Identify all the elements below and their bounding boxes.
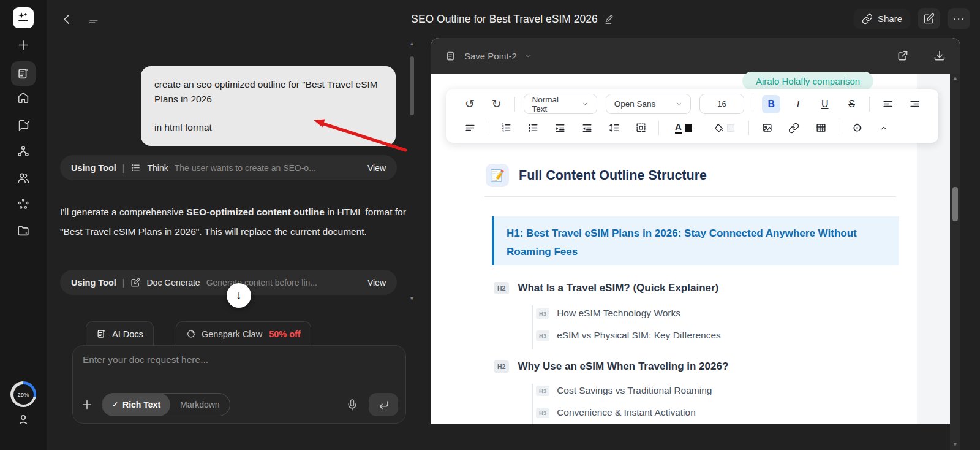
tool-chip-think[interactable]: Using Tool | Think The user wants to cre… [60, 155, 397, 180]
undo-button[interactable]: ↺ [461, 95, 479, 113]
outline-h2-item[interactable]: H2 Why Use an eSIM When Traveling in 202… [494, 360, 728, 373]
text-color-swatch [685, 124, 692, 132]
assistant-message: I'll generate a comprehensive SEO-optimi… [60, 202, 407, 242]
sidebar-item-team[interactable] [17, 171, 30, 185]
scroll-down-arrow[interactable]: ▼ [409, 296, 415, 302]
font-size-input[interactable]: 16 [699, 94, 744, 114]
open-in-new-icon[interactable] [897, 50, 909, 62]
italic-button[interactable]: I [789, 95, 807, 113]
align-left-button[interactable] [878, 95, 897, 113]
page-title: SEO Outline for Best Travel eSIM 2026 [411, 0, 615, 38]
mic-icon[interactable] [346, 399, 358, 411]
redo-button[interactable]: ↻ [488, 95, 506, 113]
outline-h3-item[interactable]: H3 Cost Savings vs Traditional Roaming [536, 385, 712, 396]
chevron-down-icon[interactable] [524, 52, 532, 60]
new-chat-button[interactable] [17, 38, 31, 52]
dotted-circle-icon [17, 197, 30, 211]
share-button[interactable]: Share [854, 9, 910, 29]
bold-button[interactable]: B [762, 95, 780, 113]
app-logo[interactable] [13, 7, 34, 28]
collapse-toolbar-button[interactable] [875, 119, 893, 137]
notes-edit-icon [17, 67, 30, 80]
document-scrollbar[interactable]: ▲ ▼ [950, 74, 960, 450]
view-button[interactable]: View [368, 163, 386, 173]
tool-chip-label: Using Tool [71, 163, 116, 173]
outline-h3-item[interactable]: H3 Convenience & Instant Activation [536, 407, 696, 418]
sidebar-item-tasks[interactable] [17, 118, 30, 131]
suggestion-chip[interactable]: Airalo Holafly comparison [742, 72, 873, 90]
tool-name: Doc Generate [146, 278, 200, 288]
underline-button[interactable]: U [816, 95, 834, 113]
outline-h2-item[interactable]: H2 What Is a Travel eSIM? (Quick Explain… [494, 282, 718, 294]
outline-h3-item[interactable]: H3 How eSIM Technology Works [536, 308, 680, 319]
scroll-to-bottom-button[interactable]: ↓ [227, 283, 251, 308]
notes-edit-icon [445, 50, 457, 62]
sidebar-item-workflow[interactable] [17, 145, 30, 158]
align-justify-button[interactable] [461, 119, 479, 137]
align-justify-icon [464, 122, 476, 134]
folder-sparkle-icon [17, 224, 30, 237]
outdent-button[interactable] [578, 119, 596, 137]
attach-plus-icon[interactable] [80, 398, 94, 411]
sidebar-item-home[interactable] [17, 91, 30, 104]
check-icon: ✓ [112, 400, 118, 409]
chevron-down-icon [676, 101, 682, 107]
h1-callout[interactable]: H1: Best Travel eSIM Plans in 2026: Stay… [492, 216, 899, 265]
tool-desc: The user wants to create an SEO-o... [175, 163, 361, 173]
new-doc-button[interactable] [918, 8, 940, 29]
scroll-down-arrow[interactable]: ▼ [952, 441, 958, 448]
history-toggle-button[interactable] [87, 15, 100, 28]
doc-request-input[interactable] [83, 354, 396, 365]
scrollbar-thumb[interactable] [952, 187, 958, 221]
scroll-up-arrow[interactable]: ▲ [952, 75, 958, 81]
scroll-up-arrow[interactable]: ▲ [409, 40, 415, 47]
insert-table-button[interactable] [812, 119, 830, 137]
chat-scrollbar[interactable]: ▲ ▼ [408, 40, 417, 310]
down-arrow-icon: ↓ [236, 289, 242, 302]
download-icon[interactable] [933, 50, 946, 62]
save-point-label[interactable]: Save Point-2 [464, 51, 517, 61]
line-spacing-button[interactable] [605, 119, 623, 137]
tool-name: Think [147, 163, 168, 173]
profile-button[interactable] [17, 412, 31, 426]
font-family-select[interactable]: Open Sans [606, 94, 691, 114]
user-message-line1: create an seo optimized outline for "Bes… [154, 77, 382, 107]
tab-ai-docs[interactable]: AI Docs [86, 321, 154, 346]
view-button[interactable]: View [368, 278, 386, 288]
focus-target-button[interactable] [848, 119, 866, 137]
insert-image-button[interactable] [758, 119, 776, 137]
align-right-button[interactable] [905, 95, 924, 113]
format-toolbar: ↺ ↻ Normal Text Open Sans 16 B I U S [446, 89, 938, 143]
image-icon [761, 122, 773, 134]
top-header: SEO Outline for Best Travel eSIM 2026 Sh… [47, 0, 980, 38]
mode-rich-text[interactable]: ✓ Rich Text [102, 393, 170, 416]
text-color-button[interactable]: A [668, 119, 699, 137]
h2-badge: H2 [494, 360, 509, 373]
link-icon [862, 13, 873, 25]
back-button[interactable] [60, 12, 74, 26]
more-button[interactable]: ··· [948, 8, 970, 29]
outline-h3-item[interactable]: H3 eSIM vs Physical SIM: Key Differences [536, 330, 721, 341]
home-icon [17, 91, 30, 104]
scrollbar-thumb[interactable] [410, 56, 414, 115]
bullet-list-button[interactable] [524, 119, 542, 137]
ordered-list-button[interactable]: 1 2 3 [497, 119, 515, 137]
insert-link-button[interactable] [785, 119, 803, 137]
send-button[interactable] [369, 393, 398, 416]
strikethrough-button[interactable]: S [843, 95, 861, 113]
edit-title-icon[interactable] [604, 13, 616, 25]
highlight-color-button[interactable] [708, 119, 740, 137]
sidebar-item-files[interactable] [17, 224, 30, 237]
sidebar-item-ai-docs[interactable] [11, 61, 36, 86]
claw-icon [186, 329, 196, 339]
select-block-button[interactable] [631, 119, 650, 137]
sidebar-item-agents[interactable] [17, 197, 30, 211]
indent-button[interactable] [551, 119, 569, 137]
tab-genspark-claw[interactable]: Genspark Claw 50% off [176, 321, 311, 346]
mode-markdown[interactable]: Markdown [170, 400, 230, 410]
usage-ring[interactable]: 29% [10, 381, 36, 407]
composer: ✓ Rich Text Markdown [72, 345, 406, 424]
paragraph-style-select[interactable]: Normal Text [524, 94, 597, 114]
chevron-up-icon [879, 123, 889, 133]
chevron-left-icon [60, 12, 74, 26]
